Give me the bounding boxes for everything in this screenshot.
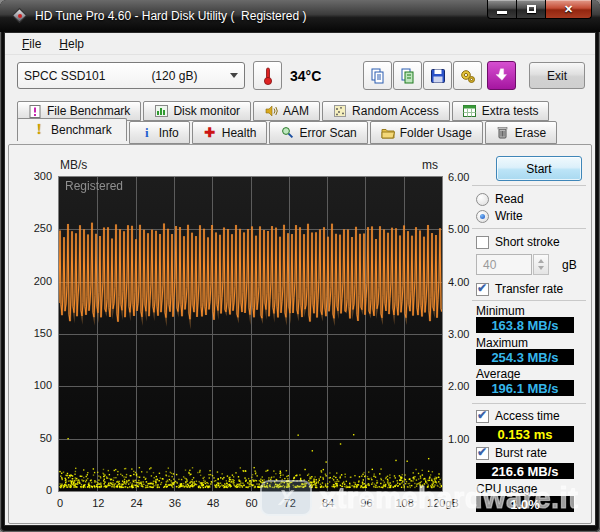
read-radio-row[interactable]: Read [476, 192, 524, 206]
minimum-value: 163.8 MB/s [476, 317, 574, 333]
burst-rate-checkbox[interactable] [476, 447, 489, 460]
minimum-label: Minimum [476, 304, 525, 318]
save-button[interactable] [423, 61, 452, 90]
temperature-value: 34°C [290, 68, 321, 84]
axis-tick: 100 [20, 379, 52, 391]
thermometer-icon [260, 66, 276, 86]
tab-disk-monitor[interactable]: Disk monitor [143, 101, 251, 121]
short-stroke-checkbox[interactable] [476, 236, 489, 249]
registered-watermark: Registered [65, 179, 123, 193]
info-icon: i [140, 126, 154, 140]
magnifier-icon [280, 126, 294, 140]
copy-image-button[interactable] [393, 61, 422, 90]
gears-icon [459, 67, 477, 85]
maximize-icon [527, 5, 536, 13]
axis-tick: 0 [20, 484, 52, 496]
controls-column: Start Read Write Short stroke 40 gB [470, 145, 590, 525]
title-bar[interactable]: HD Tune Pro 4.60 - Hard Disk Utility ( R… [0, 0, 600, 32]
short-stroke-stepper[interactable] [533, 254, 549, 275]
axis-tick: 3.00 [448, 328, 482, 340]
tab-benchmark[interactable]: ! Benchmark [17, 118, 127, 141]
exit-button[interactable]: Exit [529, 62, 585, 89]
write-radio[interactable] [476, 210, 489, 223]
options-button[interactable] [453, 61, 482, 90]
axis-tick: 300 [20, 170, 52, 182]
maximum-value: 254.3 MB/s [476, 349, 574, 365]
menu-file[interactable]: File [13, 34, 50, 54]
separator [472, 300, 586, 301]
axis-tick: 200 [20, 275, 52, 287]
tab-strip: File Benchmark Disk monitor AAM [5, 100, 595, 145]
down-arrow-icon [494, 68, 510, 84]
copy-icon [369, 67, 387, 85]
short-stroke-input[interactable]: 40 [476, 254, 532, 275]
access-time-row[interactable]: Access time [476, 409, 560, 423]
random-access-icon [333, 104, 347, 118]
menu-help[interactable]: Help [50, 34, 93, 54]
write-radio-label: Write [495, 209, 523, 223]
folder-icon [381, 126, 395, 140]
tab-erase[interactable]: Erase [485, 121, 557, 144]
maximize-button[interactable] [517, 0, 546, 19]
access-time-label: Access time [495, 409, 560, 423]
minimize-button[interactable] [487, 0, 517, 19]
speaker-icon [264, 104, 278, 118]
update-button[interactable] [487, 61, 516, 90]
tab-health[interactable]: ✚ Health [192, 121, 268, 144]
burst-rate-label: Burst rate [495, 446, 547, 460]
close-button[interactable]: ✕ [546, 0, 592, 19]
separator [472, 185, 586, 186]
transfer-rate-row[interactable]: Transfer rate [476, 282, 563, 296]
tab-error-scan[interactable]: Error Scan [269, 121, 367, 144]
axis-tick: 150 [20, 327, 52, 339]
burst-rate-value: 216.6 MB/s [476, 463, 574, 479]
cpu-usage-value: 1.0% [476, 496, 574, 512]
axis-tick: 250 [20, 222, 52, 234]
separator [472, 228, 586, 229]
axis-tick: 5.00 [448, 223, 482, 235]
tab-random-access[interactable]: Random Access [322, 101, 450, 121]
file-benchmark-icon [28, 104, 42, 118]
tab-info[interactable]: i Info [129, 121, 190, 144]
temperature-button[interactable] [253, 61, 282, 90]
app-icon [12, 8, 28, 24]
toolbar: SPCC SSD101 (120 gB) 34°C [5, 55, 595, 100]
tab-extra-tests[interactable]: Extra tests [452, 101, 550, 121]
start-button[interactable]: Start [496, 156, 582, 181]
exclamation-icon: ! [32, 123, 46, 137]
extra-tests-icon [463, 104, 477, 118]
drive-select[interactable]: SPCC SSD101 (120 gB) [17, 62, 245, 89]
drive-capacity: (120 gB) [151, 69, 197, 83]
short-stroke-label: Short stroke [495, 235, 560, 249]
axis-tick: 120gB [421, 497, 465, 509]
axis-tick: 2.00 [448, 380, 482, 392]
short-stroke-unit: gB [562, 258, 577, 272]
write-radio-row[interactable]: Write [476, 209, 523, 223]
read-radio-label: Read [495, 192, 524, 206]
average-label: Average [476, 367, 520, 381]
trash-icon [496, 126, 510, 140]
left-axis-unit: MB/s [60, 158, 87, 172]
chevron-down-icon [230, 73, 238, 78]
short-stroke-row[interactable]: Short stroke [476, 235, 560, 249]
close-icon: ✕ [564, 3, 573, 16]
access-time-value: 0.153 ms [476, 426, 574, 442]
tab-aam[interactable]: AAM [253, 101, 320, 121]
menu-bar: File Help [5, 33, 595, 55]
right-axis-unit: ms [422, 158, 438, 172]
copy-button[interactable] [363, 61, 392, 90]
read-radio[interactable] [476, 193, 489, 206]
benchmark-chart [58, 176, 443, 492]
save-icon [429, 67, 447, 85]
transfer-rate-label: Transfer rate [495, 282, 563, 296]
drive-name: SPCC SSD101 [24, 69, 105, 83]
access-time-checkbox[interactable] [476, 410, 489, 423]
stepper-down-icon[interactable] [538, 266, 544, 270]
stepper-up-icon[interactable] [538, 259, 544, 263]
app-window: HD Tune Pro 4.60 - Hard Disk Utility ( R… [0, 0, 600, 532]
cpu-usage-label: CPU usage [476, 482, 537, 496]
axis-tick: 50 [20, 432, 52, 444]
burst-rate-row[interactable]: Burst rate [476, 446, 547, 460]
tab-folder-usage[interactable]: Folder Usage [370, 121, 483, 144]
benchmark-panel: MB/s ms Registered Start Read Write Shor… [8, 144, 592, 524]
